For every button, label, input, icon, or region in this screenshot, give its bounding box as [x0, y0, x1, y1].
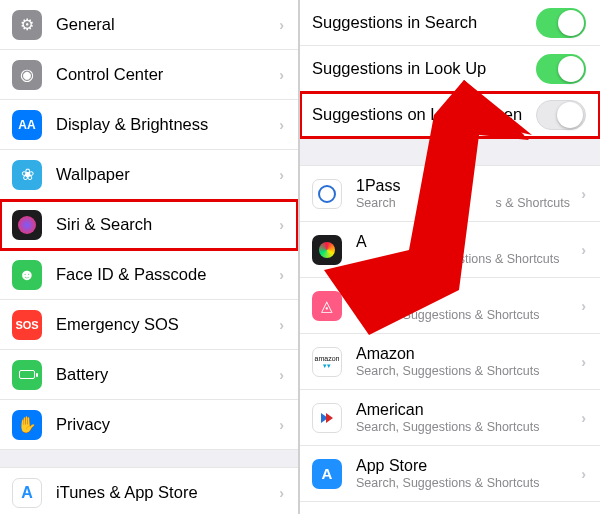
chevron-right-icon: › — [279, 67, 284, 83]
toggle-row-lookup[interactable]: Suggestions in Look Up — [300, 46, 600, 92]
chevron-right-icon: › — [279, 167, 284, 183]
chevron-right-icon: › — [581, 466, 586, 482]
app-row-1password[interactable]: 1Pass Searchxxxxxxxxxxxxxxxxs & Shortcut… — [300, 166, 600, 222]
chevron-right-icon: › — [581, 410, 586, 426]
app-icon-activity — [312, 235, 342, 265]
app-row-airbnb[interactable]: ◬ Airbnb Search, Suggestions & Shortcuts… — [300, 278, 600, 334]
chevron-right-icon: › — [279, 117, 284, 133]
wallpaper-icon: ❀ — [12, 160, 42, 190]
chevron-right-icon: › — [581, 242, 586, 258]
row-label: Battery — [56, 365, 279, 384]
row-battery[interactable]: Battery › — [0, 350, 298, 400]
chevron-right-icon: › — [279, 317, 284, 333]
chevron-right-icon: › — [279, 417, 284, 433]
toggle-label: Suggestions in Search — [312, 13, 536, 32]
row-label: Emergency SOS — [56, 315, 279, 334]
chevron-right-icon: › — [279, 217, 284, 233]
app-sub: Search, Suggestions & Shortcuts — [356, 308, 581, 322]
row-label: Display & Brightness — [56, 115, 279, 134]
row-faceid-passcode[interactable]: ☻ Face ID & Passcode › — [0, 250, 298, 300]
row-label: Siri & Search — [56, 215, 279, 234]
siri-icon — [12, 210, 42, 240]
faceid-icon: ☻ — [12, 260, 42, 290]
display-icon: AA — [12, 110, 42, 140]
app-icon-amazon: amazon▾▾ — [312, 347, 342, 377]
app-sub: uggestions & Shortcuts — [431, 252, 560, 266]
row-wallpaper[interactable]: ❀ Wallpaper › — [0, 150, 298, 200]
row-label: Wallpaper — [56, 165, 279, 184]
settings-left-pane: ⚙︎ General › ◉ Control Center › AA Displ… — [0, 0, 300, 514]
chevron-right-icon: › — [279, 17, 284, 33]
toggle-row-lockscreen[interactable]: Suggestions on Lock Screen — [300, 92, 600, 138]
appstore-icon: A — [12, 478, 42, 508]
gear-icon: ⚙︎ — [12, 10, 42, 40]
app-sub: Search, Suggestions & Shortcuts — [356, 476, 581, 490]
row-control-center[interactable]: ◉ Control Center › — [0, 50, 298, 100]
chevron-right-icon: › — [581, 186, 586, 202]
app-icon-1password — [312, 179, 342, 209]
chevron-right-icon: › — [279, 485, 284, 501]
battery-icon — [12, 360, 42, 390]
chevron-right-icon: › — [581, 298, 586, 314]
row-display-brightness[interactable]: AA Display & Brightness › — [0, 100, 298, 150]
section-spacer — [0, 450, 298, 468]
row-emergency-sos[interactable]: SOS Emergency SOS › — [0, 300, 298, 350]
chevron-right-icon: › — [279, 267, 284, 283]
row-privacy[interactable]: ✋ Privacy › — [0, 400, 298, 450]
app-title: Airbnb — [356, 289, 581, 307]
app-sub: s & Shortcuts — [496, 196, 570, 210]
app-title: Amazon — [356, 345, 581, 363]
privacy-icon: ✋ — [12, 410, 42, 440]
app-title: App Store — [356, 457, 581, 475]
row-general[interactable]: ⚙︎ General › — [0, 0, 298, 50]
app-sub: Search — [356, 196, 396, 210]
app-icon-american — [312, 403, 342, 433]
app-sub: Search, Suggestions & Shortcuts — [356, 420, 581, 434]
toggle-label: Suggestions on Lock Screen — [312, 105, 536, 124]
app-row-american[interactable]: American Search, Suggestions & Shortcuts… — [300, 390, 600, 446]
row-label: Face ID & Passcode — [56, 265, 279, 284]
control-center-icon: ◉ — [12, 60, 42, 90]
app-row-activity[interactable]: A xxxxxxxxxxxxuggestions & Shortcuts › — [300, 222, 600, 278]
toggle-switch[interactable] — [536, 8, 586, 38]
toggle-switch[interactable] — [536, 54, 586, 84]
app-icon-airbnb: ◬ — [312, 291, 342, 321]
app-sub: Search, Suggestions & Shortcuts — [356, 364, 581, 378]
app-row-appstore[interactable]: A App Store Search, Suggestions & Shortc… — [300, 446, 600, 502]
row-label: Control Center — [56, 65, 279, 84]
app-title: 1Pass — [356, 177, 581, 195]
chevron-right-icon: › — [581, 354, 586, 370]
row-label: General — [56, 15, 279, 34]
row-itunes-appstore[interactable]: A iTunes & App Store › — [0, 468, 298, 514]
row-label: iTunes & App Store — [56, 483, 279, 502]
app-title: American — [356, 401, 581, 419]
toggle-switch[interactable] — [536, 100, 586, 130]
siri-search-pane: Suggestions in Search Suggestions in Loo… — [300, 0, 600, 514]
app-icon-appstore: A — [312, 459, 342, 489]
toggle-row-search[interactable]: Suggestions in Search — [300, 0, 600, 46]
toggle-label: Suggestions in Look Up — [312, 59, 536, 78]
section-spacer — [300, 138, 600, 166]
row-label: Privacy — [56, 415, 279, 434]
app-title: A — [356, 233, 581, 251]
chevron-right-icon: › — [279, 367, 284, 383]
app-row-amazon[interactable]: amazon▾▾ Amazon Search, Suggestions & Sh… — [300, 334, 600, 390]
row-siri-search[interactable]: Siri & Search › — [0, 200, 298, 250]
sos-icon: SOS — [12, 310, 42, 340]
